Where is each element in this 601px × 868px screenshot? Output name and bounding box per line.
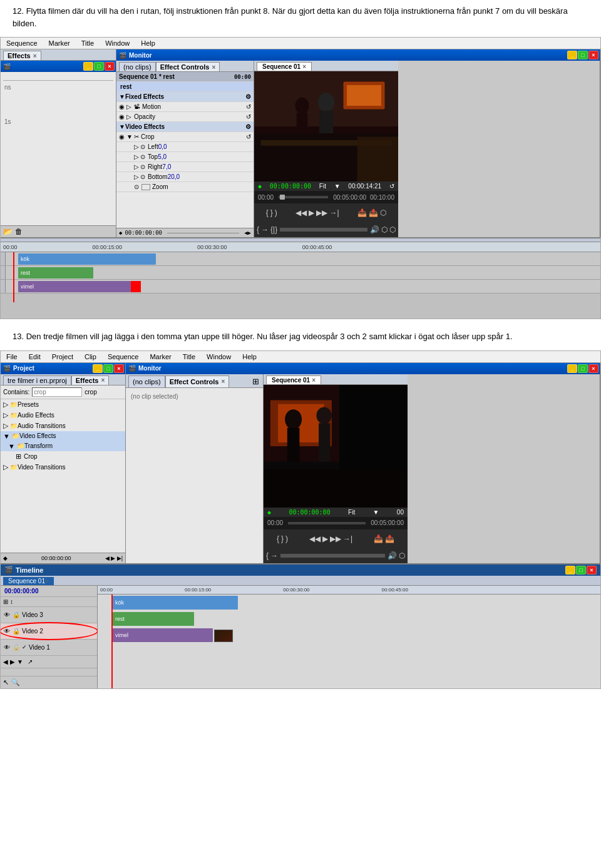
effects-icon-2[interactable]: 🗑 [15, 227, 23, 236]
transport-mark-in[interactable]: 📥 [357, 208, 367, 217]
menu-window[interactable]: Window [103, 39, 131, 48]
opacity-reset[interactable]: ↺ [246, 113, 251, 120]
tl2-seq-tab[interactable]: Sequence 01 × [3, 577, 54, 585]
v2-eye-icon[interactable]: 👁 [3, 628, 11, 635]
t2-btn4[interactable]: 🔊 [370, 225, 379, 234]
zoom-checkbox[interactable] [141, 184, 150, 190]
menu2-title[interactable]: Title [181, 352, 197, 361]
menu2-marker[interactable]: Marker [148, 352, 173, 361]
seq2-fit[interactable]: Fit [348, 509, 355, 516]
right-value[interactable]: 7,0 [162, 163, 193, 170]
tl2-min[interactable]: _ [565, 566, 575, 574]
tree-transform[interactable]: ▼ 📁 Transform [1, 441, 125, 451]
transport-in-btn[interactable]: { [266, 208, 269, 217]
tl2-clip-vimel[interactable]: vimel [113, 628, 213, 642]
effects-win-max[interactable]: □ [94, 62, 104, 71]
tl2-nav-down[interactable]: ▼ [17, 658, 23, 665]
tl2-arrow-icon[interactable]: ↗ [28, 658, 33, 665]
transport-insert[interactable]: ⬡ [380, 208, 386, 217]
top-tri[interactable]: ▷ [134, 153, 140, 160]
menu2-clip[interactable]: Clip [83, 352, 98, 361]
seq2-mark-in[interactable]: 📥 [374, 534, 383, 543]
t2-btn6[interactable]: ⬡ [389, 225, 396, 234]
tl2-tool1[interactable]: ⊞ [3, 598, 8, 605]
right-tri[interactable]: ▷ [134, 163, 140, 170]
tree-video-effects[interactable]: ▼ 📁 Video Effects [1, 431, 125, 441]
seq2-ff[interactable]: ▶▶ [330, 534, 341, 543]
seq-01-tab[interactable]: Sequence 01 × [257, 62, 312, 71]
seq2-01-tab[interactable]: Sequence 01 × [266, 375, 321, 384]
no-clips-tab[interactable]: (no clips) [119, 62, 156, 71]
tl1-clip-rest[interactable]: rest [18, 267, 93, 278]
ec-tab-close[interactable]: × [212, 64, 215, 71]
monitor2-max[interactable]: □ [578, 364, 588, 373]
transport-mark-out[interactable]: 📤 [369, 208, 378, 217]
t2-btn2[interactable]: → [261, 225, 269, 234]
effects-win-close[interactable]: × [105, 62, 115, 71]
no-clips2-tab[interactable]: (no clips) [128, 375, 165, 387]
v3-eye-icon[interactable]: 👁 [3, 611, 11, 618]
tree-presets[interactable]: ▷ 📁 Presets [1, 399, 125, 410]
effects-win-min[interactable]: _ [83, 62, 93, 71]
seq-01-tab-close[interactable]: × [302, 63, 306, 70]
tree-video-transitions[interactable]: ▷ 📁 Video Transitions [1, 462, 125, 472]
bottom-value[interactable]: 20,0 [168, 173, 199, 180]
seq2-mark-out[interactable]: 📤 [385, 534, 394, 543]
seq-fit-label[interactable]: Fit [319, 183, 326, 190]
monitor-max-btn[interactable]: □ [578, 51, 588, 59]
transport-prev-btn[interactable]: } [270, 208, 273, 217]
menu2-project[interactable]: Project [50, 352, 75, 361]
t2-btn1[interactable]: { [257, 225, 259, 234]
seq2-rw[interactable]: ◀◀ [309, 534, 321, 543]
crop-toggle[interactable]: ▼ [126, 133, 134, 140]
tl1-clip-vimel[interactable]: vimel [18, 281, 131, 292]
seq2-t2[interactable]: } [281, 534, 284, 543]
v3-lock-icon[interactable]: 🔒 [13, 611, 20, 618]
nav-scrub-bar[interactable] [279, 196, 328, 198]
seq2-fit-arrow[interactable]: ▼ [373, 509, 379, 516]
opacity-icon2[interactable]: ▷ [126, 113, 134, 120]
tl2-max[interactable]: □ [576, 566, 586, 574]
project-min-btn[interactable]: _ [93, 364, 103, 373]
tl2-tool2[interactable]: ↕ [10, 598, 13, 605]
effects2-tab[interactable]: Effects × [71, 375, 110, 385]
menu2-edit[interactable]: Edit [27, 352, 43, 361]
left-value[interactable]: 0,0 [158, 143, 190, 150]
motion-reset[interactable]: ↺ [246, 103, 251, 110]
project-max-btn[interactable]: □ [103, 364, 113, 373]
transport-step-back[interactable]: ) [275, 208, 277, 217]
search-input[interactable] [32, 387, 82, 397]
v1-lock-icon[interactable]: 🔓 [13, 644, 20, 651]
seq2-scrub[interactable] [288, 522, 366, 524]
motion-icon1[interactable]: ◉ [119, 103, 126, 110]
transport-goto-btn[interactable]: →| [329, 208, 339, 217]
menu2-sequence[interactable]: Sequence [106, 352, 141, 361]
transport-ff-btn[interactable]: ▶▶ [316, 208, 327, 217]
seq2-t5[interactable]: → [270, 551, 278, 560]
opacity-icon1[interactable]: ◉ [119, 113, 126, 120]
monitor2-close[interactable]: × [588, 364, 598, 373]
left-tri[interactable]: ▷ [134, 143, 140, 150]
tree-audio-effects[interactable]: ▷ 📁 Audio Effects [1, 410, 125, 421]
tl2-close[interactable]: × [587, 566, 597, 574]
effects-tab[interactable]: Effects × [3, 51, 41, 60]
crop-reset[interactable]: ↺ [246, 133, 251, 140]
seq2-01-tab-close[interactable]: × [312, 377, 316, 384]
menu2-help[interactable]: Help [240, 352, 259, 361]
top-value[interactable]: 5,0 [158, 153, 189, 160]
t2-btn5[interactable]: ⬡ [381, 225, 388, 234]
seq-fit-arrow[interactable]: ▼ [334, 183, 341, 190]
menu2-file[interactable]: File [4, 352, 19, 361]
seq2-play[interactable]: ▶ [322, 534, 328, 543]
tl2-clip-kok[interactable]: kök [113, 596, 238, 610]
tl2-nav-left[interactable]: ◀ [3, 658, 8, 665]
v1-eye-icon[interactable]: 👁 [3, 644, 11, 651]
menu-sequence[interactable]: Sequence [4, 39, 39, 48]
tl2-cursor-icon[interactable]: ↖ [3, 678, 9, 687]
seq2-t1[interactable]: { [277, 534, 279, 543]
effects2-tab-close[interactable]: × [101, 377, 105, 384]
tl2-nav-right[interactable]: ▶ [10, 658, 15, 665]
menu-title[interactable]: Title [80, 39, 96, 48]
tl2-clip-rest[interactable]: rest [113, 612, 194, 626]
monitor-min-btn[interactable]: _ [567, 51, 577, 59]
